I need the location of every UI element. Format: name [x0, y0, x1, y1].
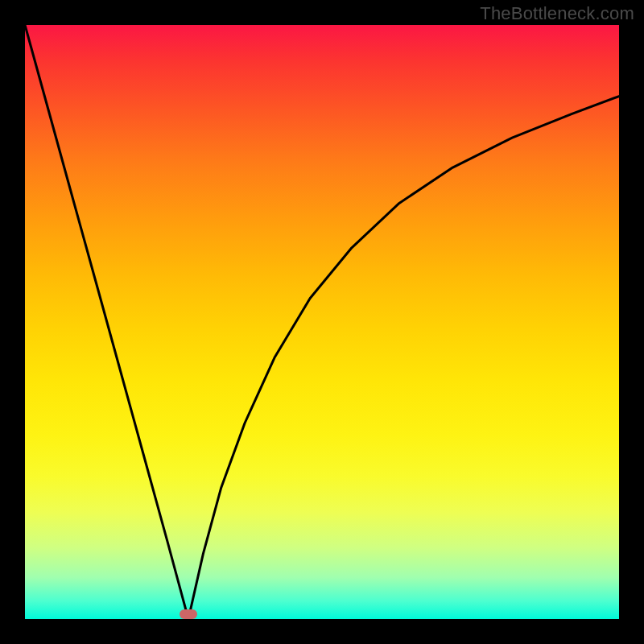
curve-path — [25, 25, 619, 619]
watermark-text: TheBottleneck.com — [480, 3, 634, 24]
plot-area — [25, 25, 619, 619]
minimum-marker — [180, 609, 197, 619]
chart-frame: TheBottleneck.com — [0, 0, 644, 644]
bottleneck-curve — [25, 25, 619, 619]
